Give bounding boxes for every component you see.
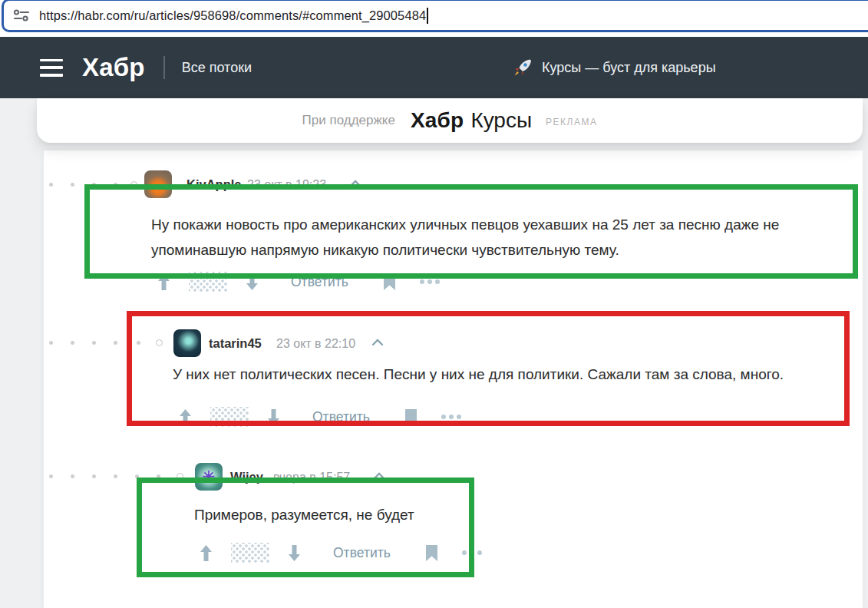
text-cursor [427,8,428,24]
thread-depth-dot [114,183,117,187]
arrow-up-icon[interactable] [179,408,192,426]
hidden-score-placeholder [231,543,269,563]
comment-text: Примеров, разумеется, не будет [194,502,486,527]
bookmark-icon[interactable] [382,273,397,291]
banner-brand-bold: Хабр [411,108,464,133]
thread-depth-dot [137,341,140,345]
comment-actions: Ответить [157,270,440,293]
chevron-up-icon[interactable] [373,472,385,480]
thread-depth-dot [157,474,160,478]
site-header: Хабр Все потоки Курсы — буст для карьеры [0,37,868,98]
bookmark-icon[interactable] [404,408,418,426]
header-promo-link[interactable]: Курсы — буст для карьеры [513,37,716,98]
hidden-score-placeholder [210,407,249,427]
habr-logo[interactable]: Хабр [82,53,145,82]
promo-text[interactable]: Курсы — буст для карьеры [542,60,716,76]
thread-depth-dot [71,341,74,345]
avatar[interactable] [173,329,201,357]
comment-timestamp[interactable]: 23 окт в 22:10 [276,337,355,351]
thread-depth-dot [71,474,74,478]
arrow-down-icon[interactable] [288,544,301,562]
nav-all-streams[interactable]: Все потоки [182,60,252,76]
comment-author[interactable]: tatarin45 [209,336,262,351]
comment-author[interactable]: KivApple [186,177,242,192]
banner-ad-label: РЕКЛАМА [546,117,597,127]
reply-button[interactable]: Ответить [333,545,391,561]
comment-author[interactable]: Wijey [230,470,263,484]
thread-depth-dot [49,183,53,187]
thread-depth-dot [114,341,117,345]
thread-depth-ring [156,339,163,346]
url-text[interactable]: https://habr.com/ru/articles/958698/comm… [39,8,426,23]
thread-depth-ring [177,473,183,480]
avatar[interactable]: ✳ [195,463,223,491]
bookmark-icon[interactable] [424,544,439,562]
more-menu-icon[interactable] [420,279,440,284]
thread-depth-dot [114,474,117,478]
arrow-down-icon[interactable] [267,408,280,426]
chevron-up-icon[interactable] [371,339,384,346]
chevron-up-icon[interactable] [349,180,361,187]
arrow-down-icon[interactable] [246,273,259,291]
thread-depth-dot [49,474,53,478]
hidden-score-placeholder [189,272,227,292]
comment-actions: Ответить [179,405,461,428]
thread-depth-dot [135,474,139,478]
hamburger-icon[interactable] [40,59,63,77]
address-bar[interactable]: https://habr.com/ru/articles/958698/comm… [2,0,868,32]
thread-depth-dot [92,341,96,345]
thread-depth-dot [71,183,74,187]
ad-banner[interactable]: При поддержке Хабр Курсы РЕКЛАМА [37,98,863,143]
banner-prefix: При поддержке [302,113,395,128]
comment-timestamp[interactable]: вчера в 15:57 [273,471,350,484]
more-menu-icon[interactable] [462,550,482,555]
thread-depth-ring [130,181,137,188]
reply-button[interactable]: Ответить [312,409,370,425]
site-permissions-icon[interactable] [13,8,30,22]
thread-depth-dot [92,183,96,187]
comment-text: У них нет политических песен. Песни у ни… [173,362,863,387]
comment-text: Ну покажи новость про американских уличн… [151,212,857,263]
banner-brand-regular: Курсы [470,108,532,133]
arrow-up-icon[interactable] [200,544,213,562]
rocket-icon [513,58,533,78]
thread-depth-dot [92,474,96,478]
more-menu-icon[interactable] [441,415,461,419]
comment-timestamp[interactable]: 23 окт в 19:23 [247,178,326,192]
comment-actions: Ответить [200,541,482,564]
arrow-up-icon[interactable] [157,273,170,291]
avatar[interactable] [144,170,172,198]
header-divider [163,56,165,79]
reply-button[interactable]: Ответить [291,274,348,290]
thread-depth-dot [49,341,53,345]
